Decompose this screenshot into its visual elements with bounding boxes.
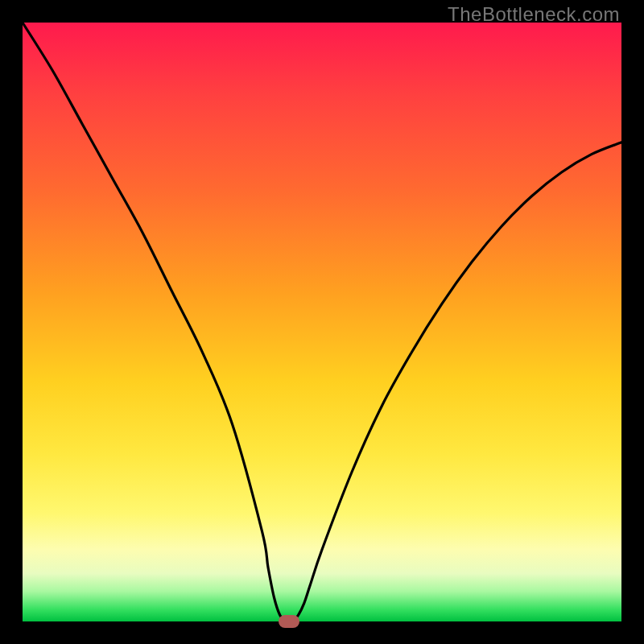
chart-plot-area	[23, 23, 621, 621]
chart-frame: TheBottleneck.com	[0, 0, 644, 644]
bottleneck-curve	[23, 23, 621, 621]
bottleneck-marker	[279, 615, 299, 628]
